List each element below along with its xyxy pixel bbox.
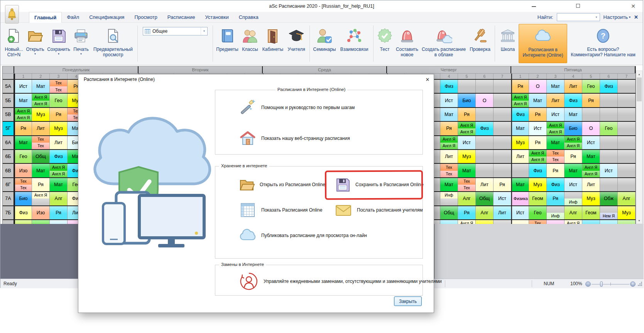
timetable-cell[interactable] <box>476 80 494 93</box>
dialog-action-person-sync[interactable]: Управляйте ежедневными заменами, отсутст… <box>215 271 423 292</box>
timetable-cell[interactable]: О <box>529 80 547 93</box>
timetable-cell[interactable]: Муз <box>582 192 600 205</box>
timetable-cell[interactable] <box>600 150 618 163</box>
timetable-cell[interactable]: Инф <box>565 192 582 205</box>
timetable-cell[interactable]: ТехТех <box>458 178 476 191</box>
timetable-cell[interactable]: Лит <box>565 80 582 93</box>
dialog-action-grid-table[interactable]: Показать Расписания Online <box>215 197 331 223</box>
class-row-header[interactable]: 5Б <box>3 94 14 107</box>
timetable-cell[interactable]: Мат <box>565 164 582 177</box>
timetable-cell[interactable]: Мат <box>547 136 565 149</box>
timetable-cell[interactable]: Мат <box>32 80 50 93</box>
chevron-down-icon[interactable]: ▾ <box>593 15 600 19</box>
timetable-cell[interactable]: Муз <box>50 122 68 135</box>
ribbon-button-verify[interactable]: Проверка <box>467 24 493 52</box>
timetable-cell[interactable]: О <box>476 94 494 107</box>
timetable-cell[interactable]: Физ <box>511 108 529 121</box>
scrollbar-thumb[interactable] <box>637 77 642 101</box>
timetable-cell[interactable] <box>476 136 494 149</box>
scroll-down-icon[interactable]: ▼ <box>636 217 642 224</box>
timetable-cell[interactable]: Мат <box>458 164 476 177</box>
timetable-cell[interactable]: Ря <box>529 108 547 121</box>
timetable-cell[interactable]: Англ ЯАнгл Я <box>458 122 476 135</box>
timetable-cell[interactable]: Муз <box>511 136 529 149</box>
timetable-cell[interactable]: Лит <box>476 178 494 191</box>
timetable-cell[interactable]: Англ ЯАнгл Я <box>565 136 582 149</box>
timetable-cell[interactable] <box>494 164 511 177</box>
timetable-cell[interactable] <box>494 94 511 107</box>
timetable-cell[interactable]: Гео <box>529 206 547 219</box>
timetable-cell[interactable]: Гео <box>50 94 68 107</box>
timetable-cell[interactable] <box>618 164 636 177</box>
ribbon-close-icon[interactable]: ✕ <box>634 14 638 20</box>
tab-Главный[interactable]: Главный <box>29 12 62 23</box>
minimize-icon[interactable] <box>530 2 538 10</box>
class-row-header[interactable]: 5В <box>3 108 14 121</box>
timetable-cell[interactable]: Ист <box>511 206 529 219</box>
timetable-cell[interactable]: О <box>582 122 600 135</box>
timetable-cell[interactable]: Био <box>458 94 476 107</box>
timetable-cell[interactable]: Ря <box>50 206 68 219</box>
search-input-field[interactable] <box>557 13 593 21</box>
ribbon-button-online[interactable]: Расписания вИнтернете (Online) <box>519 24 567 63</box>
timetable-cell[interactable]: Муз <box>458 150 476 163</box>
timetable-cell[interactable]: Мат <box>14 94 32 107</box>
zoom-out-icon[interactable]: − <box>585 281 591 287</box>
timetable-cell[interactable]: Англ ЯАнгл Я <box>440 136 458 149</box>
timetable-cell[interactable]: ТехТех <box>440 164 458 177</box>
timetable-cell[interactable]: Геом <box>529 192 547 205</box>
timetable-cell[interactable]: Мат <box>547 80 565 93</box>
timetable-cell[interactable]: Лит <box>32 122 50 135</box>
timetable-cell[interactable]: Физ <box>600 80 618 93</box>
timetable-cell[interactable]: Ист <box>600 164 618 177</box>
search-input[interactable]: ▾ <box>557 13 600 21</box>
timetable-cell[interactable] <box>476 108 494 121</box>
timetable-cell[interactable]: Общ <box>440 206 458 219</box>
timetable-cell[interactable]: Лит <box>547 94 565 107</box>
tab-Справка[interactable]: Справка <box>234 12 264 23</box>
timetable-cell[interactable]: Мат <box>32 164 50 177</box>
customize-button[interactable]: Настроить▾ <box>603 14 631 20</box>
timetable-cell[interactable]: Ря <box>440 122 458 135</box>
timetable-cell[interactable] <box>600 108 618 121</box>
timetable-cell[interactable] <box>618 150 636 163</box>
timetable-cell[interactable]: Изо <box>14 164 32 177</box>
timetable-cell[interactable]: ТехТех <box>50 80 68 93</box>
dialog-close-button[interactable]: Закрыть <box>394 296 422 306</box>
timetable-cell[interactable]: Обж <box>600 192 618 205</box>
timetable-cell[interactable]: Физ <box>547 178 565 191</box>
timetable-cell[interactable]: Англ Я <box>32 192 50 205</box>
timetable-cell[interactable]: Инф <box>440 192 458 205</box>
dialog-action-save-floppy[interactable]: Сохранить в Расписания Online <box>331 172 424 197</box>
zoom-slider-thumb[interactable] <box>600 281 603 287</box>
timetable-cell[interactable]: Ря <box>547 192 565 205</box>
resize-grip-icon[interactable] <box>637 281 642 288</box>
timetable-cell[interactable]: Ря <box>494 178 511 191</box>
dialog-action-magic-wand[interactable]: Помощник и руководство по первым шагам <box>215 94 423 121</box>
timetable-cell[interactable]: Био <box>565 122 582 135</box>
zoom-in-icon[interactable]: + <box>630 281 636 287</box>
scroll-up-icon[interactable]: ▲ <box>636 71 642 77</box>
timetable-cell[interactable]: Мат <box>14 136 32 149</box>
timetable-cell[interactable]: Алг <box>476 206 494 219</box>
timetable-cell[interactable] <box>494 150 511 163</box>
ribbon-button-classrooms[interactable]: Кабинеты <box>260 24 285 52</box>
timetable-cell[interactable]: Ря <box>32 178 50 191</box>
timetable-cell[interactable]: Англ ЯАнгл Я <box>14 108 32 121</box>
timetable-cell[interactable]: Ря <box>14 122 32 135</box>
timetable-cell[interactable]: Мат <box>582 150 600 163</box>
timetable-cell[interactable]: Гео <box>14 150 32 163</box>
timetable-cell[interactable]: Гео <box>600 122 618 135</box>
timetable-cell[interactable]: ТехТех <box>14 178 32 191</box>
timetable-cell[interactable]: Лит <box>582 178 600 191</box>
timetable-cell[interactable]: Ря <box>565 150 582 163</box>
ribbon-button-generate[interactable]: Составитьновое <box>394 24 420 57</box>
ribbon-button-print[interactable]: Печать▾ <box>71 24 91 56</box>
ribbon-button-preview[interactable]: Предварительныйпросмотр <box>91 24 135 57</box>
timetable-cell[interactable]: Муз <box>32 108 50 121</box>
tab-Установки[interactable]: Установки <box>200 12 233 23</box>
timetable-cell[interactable]: Геом <box>582 206 600 219</box>
ribbon-button-relations[interactable]: Взаимосвязи <box>337 24 371 52</box>
timetable-cell[interactable]: Физ <box>14 206 32 219</box>
timetable-cell[interactable]: Англ ЯАнгл Я <box>529 150 547 163</box>
